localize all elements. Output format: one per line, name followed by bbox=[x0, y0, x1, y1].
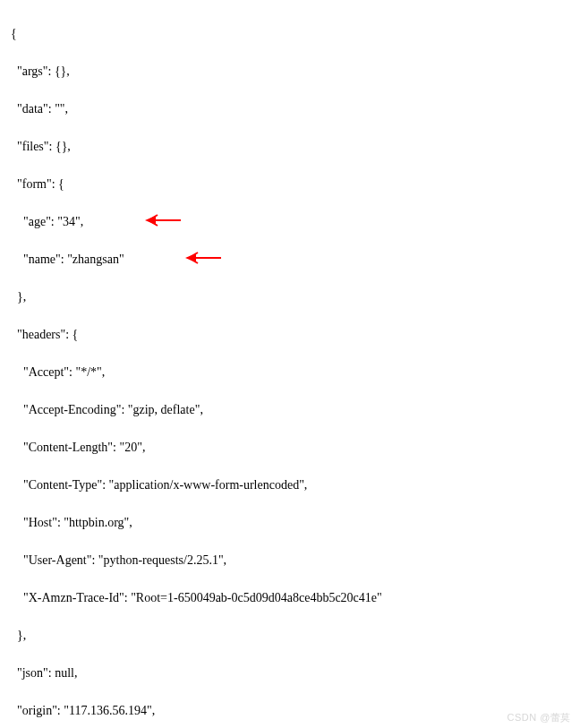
code-line: "Accept": "*/*", bbox=[11, 363, 569, 381]
code-line: "args": {}, bbox=[11, 62, 569, 81]
svg-marker-1 bbox=[145, 216, 156, 225]
code-line: "Host": "httpbin.org", bbox=[11, 513, 569, 532]
code-line: "Accept-Encoding": "gzip, deflate", bbox=[11, 400, 569, 419]
code-line: }, bbox=[11, 626, 569, 645]
code-line: "data": "", bbox=[11, 99, 569, 118]
code-line: "files": {}, bbox=[11, 137, 569, 156]
code-line: "name": "zhangsan" bbox=[11, 250, 569, 269]
arrow-icon bbox=[185, 252, 221, 264]
watermark-text: CSDN @蕾莫 bbox=[508, 710, 571, 725]
code-line: "origin": "117.136.56.194", bbox=[11, 701, 569, 720]
code-text: "name": "zhangsan" bbox=[11, 253, 124, 266]
code-line: "Content-Type": "application/x-www-form-… bbox=[11, 475, 569, 494]
json-response-block-1: { "args": {}, "data": "", "files": {}, "… bbox=[11, 5, 569, 728]
code-line: "json": null, bbox=[11, 664, 569, 682]
code-line: }, bbox=[11, 287, 569, 306]
code-line: { bbox=[11, 24, 569, 43]
code-line: "X-Amzn-Trace-Id": "Root=1-650049ab-0c5d… bbox=[11, 588, 569, 607]
code-line: "Content-Length": "20", bbox=[11, 438, 569, 457]
code-text: "age": "34", bbox=[11, 215, 83, 228]
code-line: "age": "34", bbox=[11, 212, 569, 231]
svg-marker-3 bbox=[185, 253, 196, 262]
arrow-icon bbox=[145, 214, 181, 227]
code-line: "User-Agent": "python-requests/2.25.1", bbox=[11, 551, 569, 570]
code-line: "form": { bbox=[11, 175, 569, 193]
code-line: "headers": { bbox=[11, 325, 569, 344]
